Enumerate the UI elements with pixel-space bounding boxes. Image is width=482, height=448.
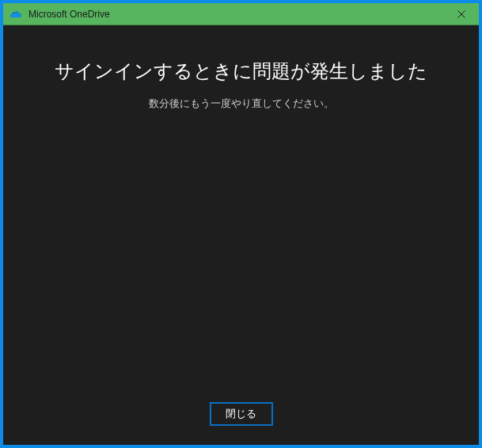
titlebar-left: Microsoft OneDrive [3,8,444,21]
button-row: 閉じる [3,402,479,426]
titlebar: Microsoft OneDrive [3,3,479,25]
close-dialog-button[interactable]: 閉じる [210,402,273,426]
window-title: Microsoft OneDrive [28,9,110,20]
onedrive-cloud-icon [9,8,22,21]
error-subtext: 数分後にもう一度やり直してください。 [149,97,334,111]
error-heading: サインインするときに問題が発生しました [55,59,427,84]
dialog-content: サインインするときに問題が発生しました 数分後にもう一度やり直してください。 閉… [3,25,479,445]
onedrive-window: Microsoft OneDrive サインインするときに問題が発生しました 数… [3,3,479,445]
window-close-button[interactable] [444,3,479,25]
close-icon [457,10,465,18]
